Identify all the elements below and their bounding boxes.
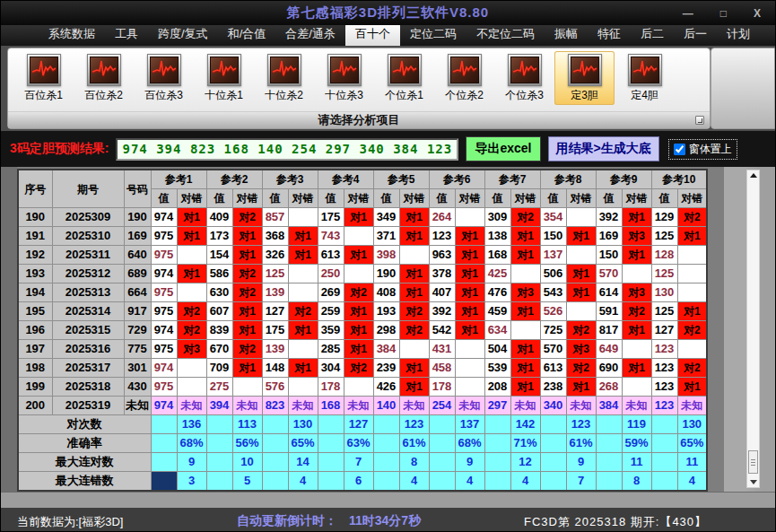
menu-item-1[interactable]: 系统数据 bbox=[39, 23, 105, 46]
summary-value[interactable]: 130 bbox=[288, 415, 318, 434]
summary-spacer[interactable] bbox=[318, 472, 344, 492]
cell-value[interactable]: 392 bbox=[429, 302, 455, 321]
cell-result[interactable]: 对1 bbox=[455, 265, 484, 283]
cell-result[interactable] bbox=[455, 378, 484, 397]
summary-spacer[interactable] bbox=[262, 472, 288, 492]
cell-result[interactable]: 对1 bbox=[566, 265, 596, 283]
cell-result[interactable]: 对1 bbox=[344, 208, 373, 227]
cell-result[interactable]: 对1 bbox=[399, 378, 429, 397]
cell-value[interactable]: 123 bbox=[651, 397, 677, 415]
cell-seq[interactable]: 198 bbox=[18, 359, 52, 378]
cell-issue[interactable]: 2025309 bbox=[52, 208, 124, 227]
cell-value[interactable]: 178 bbox=[318, 378, 344, 397]
menu-item-2[interactable]: 工具 bbox=[105, 23, 148, 46]
cell-result[interactable]: 对1 bbox=[510, 302, 540, 321]
tool-button-3[interactable]: 百位杀3 bbox=[134, 51, 194, 105]
cell-issue[interactable]: 2025313 bbox=[52, 283, 124, 302]
selected-cell[interactable] bbox=[151, 472, 177, 492]
cell-value[interactable]: 128 bbox=[651, 246, 677, 265]
menu-item-4[interactable]: 和/合值 bbox=[218, 23, 276, 46]
summary-spacer[interactable] bbox=[318, 434, 344, 453]
cell-result[interactable]: 对1 bbox=[622, 246, 651, 265]
cell-value[interactable]: 175 bbox=[262, 321, 288, 340]
cell-value[interactable]: 431 bbox=[429, 340, 455, 359]
cell-value[interactable]: 127 bbox=[651, 321, 677, 340]
cell-seq[interactable]: 199 bbox=[18, 378, 52, 397]
cell-result[interactable]: 对1 bbox=[232, 227, 262, 246]
cell-value[interactable]: 526 bbox=[540, 302, 566, 321]
summary-value[interactable]: 14 bbox=[288, 453, 318, 472]
cell-result[interactable] bbox=[344, 227, 373, 246]
cell-value[interactable]: 250 bbox=[318, 265, 344, 283]
cell-number[interactable]: 190 bbox=[124, 208, 151, 227]
cell-result[interactable] bbox=[232, 378, 262, 397]
cell-value[interactable]: 239 bbox=[373, 359, 399, 378]
summary-value[interactable]: 61% bbox=[566, 434, 596, 453]
cell-result[interactable]: 对1 bbox=[566, 283, 596, 302]
cell-result[interactable] bbox=[177, 359, 206, 378]
cell-result[interactable] bbox=[288, 378, 318, 397]
cell-result[interactable]: 对1 bbox=[399, 265, 429, 283]
cell-result[interactable]: 对1 bbox=[399, 227, 429, 246]
cell-result[interactable]: 未知 bbox=[677, 397, 707, 415]
cell-result[interactable]: 对1 bbox=[288, 227, 318, 246]
cell-value[interactable]: 839 bbox=[206, 321, 232, 340]
cell-result[interactable]: 对1 bbox=[232, 359, 262, 378]
cell-result[interactable] bbox=[455, 208, 484, 227]
cell-result[interactable]: 对1 bbox=[344, 321, 373, 340]
summary-value[interactable]: 11 bbox=[622, 453, 651, 472]
dialog-launcher-icon[interactable] bbox=[695, 116, 704, 125]
cell-result[interactable]: 对2 bbox=[399, 321, 429, 340]
tool-button-1[interactable]: 百位杀1 bbox=[13, 51, 74, 105]
menu-item-8[interactable]: 不定位二码 bbox=[466, 23, 545, 46]
summary-value[interactable]: 130 bbox=[677, 415, 707, 434]
cell-value[interactable]: 297 bbox=[484, 397, 510, 415]
cell-seq[interactable]: 194 bbox=[18, 283, 52, 302]
cell-result[interactable]: 对2 bbox=[344, 359, 373, 378]
summary-spacer[interactable] bbox=[373, 453, 399, 472]
minimize-icon[interactable]: — bbox=[683, 8, 693, 19]
cell-number[interactable]: 917 bbox=[124, 302, 151, 321]
menu-item-7[interactable]: 定位二码 bbox=[400, 23, 466, 46]
export-excel-button[interactable]: 导出excel bbox=[466, 136, 540, 161]
cell-value[interactable]: 630 bbox=[206, 283, 232, 302]
cell-value[interactable]: 725 bbox=[540, 321, 566, 340]
summary-spacer[interactable] bbox=[651, 472, 677, 492]
summary-value[interactable]: 119 bbox=[622, 415, 651, 434]
cell-value[interactable]: 974 bbox=[151, 359, 177, 378]
cell-number[interactable]: 775 bbox=[124, 340, 151, 359]
cell-value[interactable]: 148 bbox=[262, 359, 288, 378]
cell-value[interactable]: 425 bbox=[484, 265, 510, 283]
cell-result[interactable] bbox=[566, 302, 596, 321]
cell-result[interactable]: 对2 bbox=[677, 321, 707, 340]
cell-result[interactable]: 对2 bbox=[232, 340, 262, 359]
cell-number[interactable]: 664 bbox=[124, 283, 151, 302]
summary-value[interactable]: 5 bbox=[232, 472, 262, 492]
cell-value[interactable]: 975 bbox=[151, 340, 177, 359]
cell-value[interactable]: 459 bbox=[484, 302, 510, 321]
cell-value[interactable]: 409 bbox=[206, 208, 232, 227]
tool-button-10[interactable]: 定3胆 bbox=[554, 51, 615, 105]
cell-value[interactable]: 649 bbox=[596, 340, 622, 359]
summary-value[interactable]: 127 bbox=[344, 415, 373, 434]
summary-spacer[interactable] bbox=[206, 453, 232, 472]
cell-result[interactable]: 对1 bbox=[677, 378, 707, 397]
cell-value[interactable]: 150 bbox=[596, 246, 622, 265]
summary-value[interactable]: 137 bbox=[455, 415, 484, 434]
summary-spacer[interactable] bbox=[318, 415, 344, 434]
cell-result[interactable]: 未知 bbox=[622, 397, 651, 415]
cell-value[interactable]: 168 bbox=[318, 397, 344, 415]
cell-result[interactable]: 对2 bbox=[566, 321, 596, 340]
cell-result[interactable] bbox=[677, 246, 707, 265]
cell-seq[interactable]: 196 bbox=[18, 321, 52, 340]
cell-value[interactable]: 974 bbox=[151, 208, 177, 227]
cell-value[interactable]: 974 bbox=[151, 265, 177, 283]
cell-result[interactable]: 对1 bbox=[177, 208, 206, 227]
summary-spacer[interactable] bbox=[540, 453, 566, 472]
cell-result[interactable]: 对1 bbox=[399, 208, 429, 227]
cell-result[interactable] bbox=[399, 340, 429, 359]
summary-value[interactable]: 10 bbox=[232, 453, 262, 472]
summary-spacer[interactable] bbox=[206, 415, 232, 434]
cell-result[interactable]: 对1 bbox=[399, 359, 429, 378]
summary-spacer[interactable] bbox=[484, 453, 510, 472]
